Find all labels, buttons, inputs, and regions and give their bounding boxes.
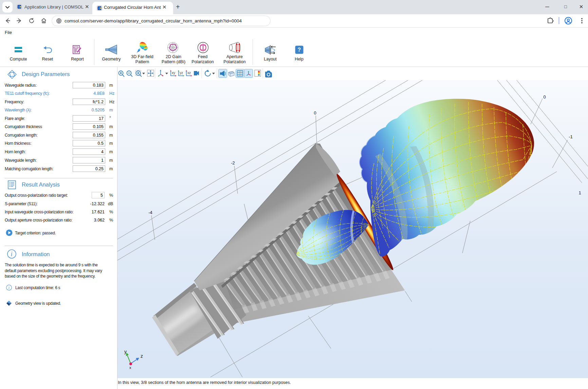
svg-text:-1: -1	[569, 134, 573, 139]
svg-text:0: 0	[314, 110, 316, 116]
svg-text:-4: -4	[148, 210, 152, 215]
svg-text:i: i	[11, 251, 12, 258]
svg-text:y: y	[124, 349, 127, 354]
svg-text:xz: xz	[187, 71, 191, 75]
svg-text:?: ?	[298, 47, 301, 53]
svg-text:x: x	[129, 366, 131, 370]
svg-text:xy: xy	[172, 71, 175, 75]
svg-text:-2: -2	[231, 160, 235, 165]
svg-text:1: 1	[578, 190, 581, 195]
svg-text:0: 0	[543, 94, 546, 100]
svg-text:yz: yz	[180, 71, 183, 75]
svg-text:z: z	[141, 353, 143, 359]
svg-text:i: i	[8, 286, 10, 290]
